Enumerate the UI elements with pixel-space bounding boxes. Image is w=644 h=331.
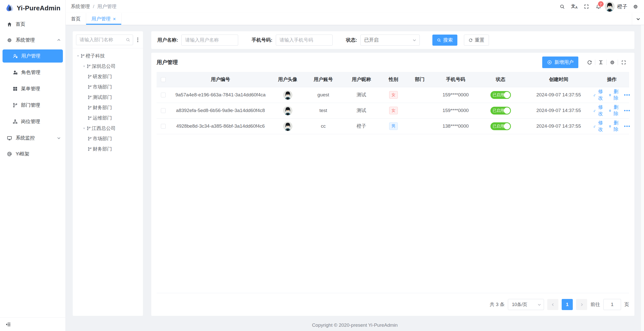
menu-fold-icon <box>6 322 11 327</box>
status-toggle[interactable]: 已启用 <box>490 122 511 130</box>
page-number-1[interactable]: 1 <box>562 299 573 310</box>
row-checkbox[interactable] <box>161 124 166 129</box>
row-checkbox[interactable] <box>161 93 166 97</box>
tree-node[interactable]: 财务部门 <box>73 144 143 154</box>
chevron-down-icon <box>57 136 61 140</box>
table-header-row: 用户编号 用户头像 用户账号 用户昵称 性别 部门 手机号码 状态 创建时间 操… <box>157 72 629 87</box>
role-user-icon <box>13 70 18 75</box>
sidebar-item-label: 系统管理 <box>16 37 35 43</box>
sidebar-item-posts[interactable]: 岗位管理 <box>0 115 65 128</box>
avatar[interactable] <box>605 2 615 12</box>
table-row: 9a57a4e8-e196-663a-7841-3a14dd60f4ca gue… <box>157 87 629 103</box>
next-page-button[interactable] <box>576 299 587 310</box>
search-placeholder: 请输入部门名称 <box>80 37 126 43</box>
tree-node[interactable]: 财务部门 <box>73 102 143 113</box>
tab-home[interactable]: 首页 <box>66 13 86 25</box>
prev-page-button[interactable] <box>547 299 558 310</box>
density-icon[interactable] <box>595 60 606 65</box>
tree-node[interactable]: 深圳总公司 <box>73 61 143 71</box>
tree-node[interactable]: 运维部门 <box>73 113 143 123</box>
breadcrumb-first[interactable]: 系统管理 <box>71 3 90 10</box>
status-toggle[interactable]: 已启用 <box>490 91 511 99</box>
caret-down-icon[interactable] <box>82 127 87 130</box>
settings-icon[interactable] <box>629 0 641 13</box>
translate-icon[interactable]: 文A <box>568 0 580 13</box>
breadcrumb-last: 用户管理 <box>97 3 116 10</box>
search-icon[interactable] <box>556 0 568 13</box>
sidebar-item-monitor[interactable]: 系统监控 <box>0 131 65 145</box>
name-filter-label: 用户名称: <box>157 37 178 43</box>
grid-icon <box>13 86 18 91</box>
edit-button[interactable]: 修改 <box>593 88 604 101</box>
col-header: 手机号码 <box>433 72 478 87</box>
sidebar-collapse[interactable] <box>0 317 65 331</box>
column-settings-icon[interactable] <box>607 60 618 65</box>
fullscreen-icon[interactable] <box>580 0 592 13</box>
page-size-select[interactable]: 10条/页 <box>508 299 544 310</box>
status-toggle[interactable]: 已启用 <box>490 107 511 115</box>
branch-icon <box>88 147 92 151</box>
goto-page-input[interactable]: 1 <box>603 299 621 310</box>
home-icon <box>7 22 12 27</box>
close-icon[interactable]: × <box>113 16 116 21</box>
caret-down-icon[interactable] <box>82 65 87 68</box>
tree-node-label: 运维部门 <box>93 115 112 121</box>
reset-button[interactable]: 重置 <box>464 35 489 46</box>
sidebar-item-label: 部门管理 <box>21 102 40 108</box>
tabs-dropdown-button[interactable] <box>632 13 644 25</box>
tree-node[interactable]: 市场部门 <box>73 133 143 144</box>
department-tree-panel: 请输入部门名称 橙子科技 <box>73 31 143 316</box>
tab-user-management[interactable]: 用户管理 × <box>86 13 121 25</box>
scrollbar-track[interactable] <box>641 25 644 331</box>
tree-node[interactable]: 江西总公司 <box>73 123 143 133</box>
sidebar-item-roles[interactable]: 角色管理 <box>0 66 65 79</box>
status-select[interactable]: 已开启 <box>360 35 420 46</box>
fullscreen-icon[interactable] <box>618 60 629 65</box>
add-user-button[interactable]: 新增用户 <box>542 57 578 68</box>
tree-node-label: 市场部门 <box>93 135 112 142</box>
department-search-input[interactable]: 请输入部门名称 <box>76 35 133 45</box>
more-actions-button[interactable]: ••• <box>624 123 631 129</box>
more-actions-button[interactable]: ••• <box>624 92 631 98</box>
tree-more-icon[interactable] <box>135 37 140 42</box>
username[interactable]: 橙子 <box>617 3 627 10</box>
status-filter-label: 状态: <box>346 37 357 43</box>
tree-node[interactable]: 测试部门 <box>73 92 143 102</box>
sidebar-item-departments[interactable]: 部门管理 <box>0 99 65 112</box>
tree-node-label: 测试部门 <box>93 94 112 101</box>
delete-button[interactable]: 删除 <box>609 120 619 133</box>
delete-button[interactable]: 删除 <box>609 104 619 117</box>
sidebar-item-framework[interactable]: Yi框架 <box>0 147 65 160</box>
refresh-icon[interactable] <box>584 60 595 65</box>
logo[interactable]: Yi-PureAdmin <box>0 0 65 16</box>
at-icon <box>7 151 12 157</box>
circle-plus-icon <box>547 60 552 65</box>
caret-down-icon[interactable] <box>76 54 81 58</box>
table-row: a8392efa-5ed8-6b56-9a9e-3a14dd60f4c8 tes… <box>157 103 629 118</box>
sidebar-item-menus[interactable]: 菜单管理 <box>0 82 65 95</box>
col-header: 用户昵称 <box>342 72 380 87</box>
sidebar-item-home[interactable]: 首页 <box>0 18 65 31</box>
col-header: 用户账号 <box>304 72 342 87</box>
user-id: a8392efa-5ed8-6b56-9a9e-3a14dd60f4c8 <box>170 103 271 118</box>
tree-node[interactable]: 研发部门 <box>73 71 143 82</box>
edit-button[interactable]: 修改 <box>593 104 604 117</box>
tree-node[interactable]: 橙子科技 <box>73 51 143 61</box>
more-actions-button[interactable]: ••• <box>624 108 631 113</box>
search-button[interactable]: 搜索 <box>432 35 457 46</box>
sidebar-item-label: 岗位管理 <box>21 118 40 125</box>
sidebar-item-label: Yi框架 <box>16 151 29 157</box>
sidebar-item-system[interactable]: 系统管理 <box>0 34 65 47</box>
phone-filter-input[interactable]: 请输入手机号码 <box>276 35 333 46</box>
name-filter-input[interactable]: 请输入用户名称 <box>181 35 238 46</box>
gender-tag: 男 <box>389 122 398 130</box>
branch-icon <box>88 105 92 110</box>
user-nickname: 测试 <box>342 103 380 118</box>
tree-node[interactable]: 市场部门 <box>73 82 143 92</box>
select-all-checkbox[interactable] <box>161 77 166 82</box>
bell-icon[interactable]: 7 <box>592 0 605 13</box>
delete-button[interactable]: 删除 <box>609 88 619 101</box>
edit-button[interactable]: 修改 <box>593 120 604 133</box>
sidebar-item-users[interactable]: 用户管理 <box>3 49 63 63</box>
row-checkbox[interactable] <box>161 108 166 113</box>
